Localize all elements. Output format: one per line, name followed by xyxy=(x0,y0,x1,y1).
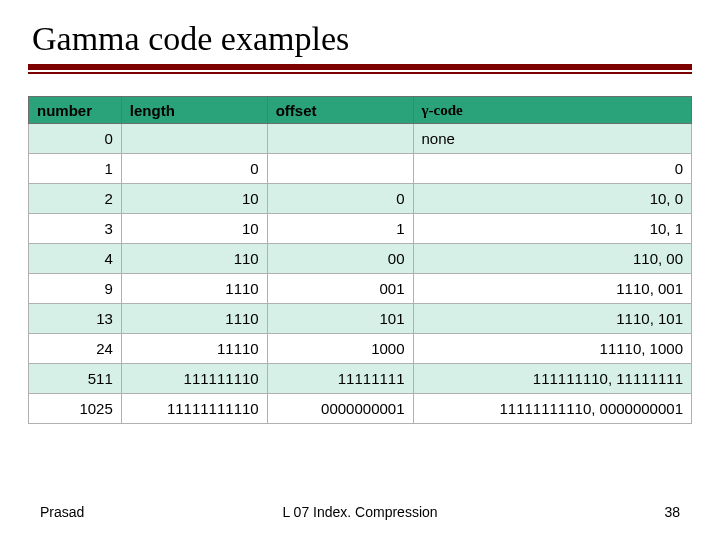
cell-number: 511 xyxy=(29,364,122,394)
table-row: 2 10 0 10, 0 xyxy=(29,184,692,214)
cell-length: 1110 xyxy=(121,274,267,304)
table-row: 0 none xyxy=(29,124,692,154)
cell-number: 4 xyxy=(29,244,122,274)
table-row: 3 10 1 10, 1 xyxy=(29,214,692,244)
cell-length: 10 xyxy=(121,214,267,244)
cell-length: 11110 xyxy=(121,334,267,364)
col-number: number xyxy=(29,97,122,124)
title-rules xyxy=(28,64,692,74)
cell-offset: 001 xyxy=(267,274,413,304)
table-row: 1 0 0 xyxy=(29,154,692,184)
cell-code: 10, 0 xyxy=(413,184,691,214)
table-row: 13 1110 101 1110, 101 xyxy=(29,304,692,334)
table-row: 24 11110 1000 11110, 1000 xyxy=(29,334,692,364)
cell-offset: 101 xyxy=(267,304,413,334)
gamma-code-table: number length offset γ-code 0 none 1 0 0… xyxy=(28,96,692,424)
table-row: 1025 11111111110 0000000001 11111111110,… xyxy=(29,394,692,424)
cell-length: 0 xyxy=(121,154,267,184)
cell-code: 1110, 101 xyxy=(413,304,691,334)
cell-code: 10, 1 xyxy=(413,214,691,244)
cell-offset: 0 xyxy=(267,184,413,214)
table-header-row: number length offset γ-code xyxy=(29,97,692,124)
col-length: length xyxy=(121,97,267,124)
cell-offset: 1 xyxy=(267,214,413,244)
col-code: γ-code xyxy=(413,97,691,124)
col-offset: offset xyxy=(267,97,413,124)
footer-title: L 07 Index. Compression xyxy=(0,504,720,520)
cell-length xyxy=(121,124,267,154)
cell-number: 1025 xyxy=(29,394,122,424)
cell-code: 111111110, 11111111 xyxy=(413,364,691,394)
cell-offset: 0000000001 xyxy=(267,394,413,424)
cell-number: 1 xyxy=(29,154,122,184)
slide-footer: Prasad L 07 Index. Compression 38 xyxy=(0,504,720,520)
cell-number: 13 xyxy=(29,304,122,334)
cell-length: 1110 xyxy=(121,304,267,334)
cell-length: 11111111110 xyxy=(121,394,267,424)
cell-offset: 00 xyxy=(267,244,413,274)
cell-offset: 1000 xyxy=(267,334,413,364)
cell-number: 24 xyxy=(29,334,122,364)
cell-number: 9 xyxy=(29,274,122,304)
table-row: 4 110 00 110, 00 xyxy=(29,244,692,274)
page-title: Gamma code examples xyxy=(28,20,692,58)
cell-code: 11111111110, 0000000001 xyxy=(413,394,691,424)
table-row: 511 111111110 11111111 111111110, 111111… xyxy=(29,364,692,394)
cell-code: 110, 00 xyxy=(413,244,691,274)
cell-code: none xyxy=(413,124,691,154)
cell-code: 1110, 001 xyxy=(413,274,691,304)
cell-offset: 11111111 xyxy=(267,364,413,394)
cell-offset xyxy=(267,154,413,184)
cell-length: 111111110 xyxy=(121,364,267,394)
cell-number: 2 xyxy=(29,184,122,214)
cell-length: 110 xyxy=(121,244,267,274)
cell-code: 11110, 1000 xyxy=(413,334,691,364)
table-row: 9 1110 001 1110, 001 xyxy=(29,274,692,304)
cell-number: 3 xyxy=(29,214,122,244)
cell-code: 0 xyxy=(413,154,691,184)
cell-length: 10 xyxy=(121,184,267,214)
cell-number: 0 xyxy=(29,124,122,154)
cell-offset xyxy=(267,124,413,154)
